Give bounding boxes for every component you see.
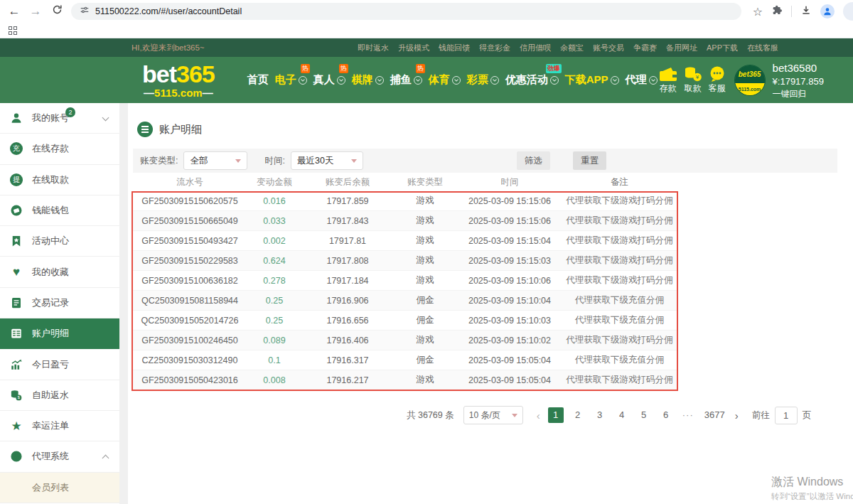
sidebar-scrollbar[interactable] [119, 103, 128, 504]
sidebar-item-self-rebate[interactable]: $自助返水 [0, 380, 119, 411]
sidebar-item-qianneng-wallet[interactable]: 钱能钱包 [0, 195, 119, 226]
downloads-icon[interactable] [800, 4, 812, 18]
topbar-link[interactable]: 升级模式 [398, 43, 429, 53]
table-row[interactable]: GF250309151506205750.01617917.859游戏2025-… [133, 191, 677, 211]
page-button[interactable]: 3 [592, 407, 608, 423]
topbar-link[interactable]: 账号交易 [593, 43, 624, 53]
cell-remark: 代理获取下级游戏打码分佣 [562, 235, 677, 247]
nav-item-slots[interactable]: 热电子 [274, 70, 309, 90]
chevron-down-icon [102, 114, 109, 122]
cell-serial: GF25030915100636182 [133, 276, 247, 286]
sidebar-item-lucky-bets[interactable]: ★幸运注单 [0, 411, 119, 441]
page-button[interactable]: 3677 [702, 407, 727, 423]
quick-deposit-button[interactable]: 存款 [659, 66, 677, 95]
topbar-link[interactable]: 备用网址 [666, 43, 697, 53]
one-key-return-link[interactable]: 一键回归 [773, 88, 824, 100]
prev-page-icon[interactable]: ‹ [535, 409, 542, 422]
chevron-down-icon [337, 76, 345, 85]
sidebar-item-transaction-records[interactable]: 交易记录 [0, 288, 119, 318]
nav-item-live[interactable]: 热真人 [312, 70, 347, 90]
filter-button[interactable]: 筛选 [517, 151, 550, 170]
page-button[interactable]: 4 [614, 407, 630, 423]
sidebar-item-member-list[interactable]: 会员列表 [0, 473, 119, 503]
sidebar-item-account-detail[interactable]: 账户明细 [0, 318, 119, 349]
nav-item-home[interactable]: 首页 [246, 70, 270, 90]
apps-grid-icon[interactable] [9, 26, 17, 35]
address-bar[interactable]: 511500222.com/#/user/accountDetail [71, 3, 741, 20]
boom-badge: 劲爆 [546, 64, 562, 73]
quick-withdraw-button[interactable]: ¥取款 [684, 66, 702, 95]
topbar-link[interactable]: 信用借呗 [520, 43, 551, 53]
heart-icon: ♥ [10, 266, 23, 279]
page-button[interactable]: ··· [680, 407, 696, 423]
table-row[interactable]: QC250309150520147260.2517916.656佣金2025-0… [133, 311, 677, 331]
reload-icon[interactable] [50, 4, 64, 18]
sidebar-item-activity-center[interactable]: 活动中心 [0, 226, 119, 257]
table-row[interactable]: GF250309151002464500.08917916.406游戏2025-… [133, 331, 677, 350]
sidebar-item-my-favorites[interactable]: ♥我的收藏 [0, 257, 119, 287]
goto-page-input[interactable] [775, 407, 798, 424]
sidebar-item-online-deposit[interactable]: 充在线存款 [0, 134, 119, 164]
table-row[interactable]: GF250309151006361820.27817917.184游戏2025-… [133, 271, 677, 291]
page-button[interactable]: 2 [570, 407, 586, 423]
sidebar-item-today-pnl[interactable]: 今日盈亏 [0, 349, 119, 380]
forward-icon[interactable]: → [28, 4, 43, 18]
page-title: 账户明细 [159, 123, 202, 136]
sidebar-item-agent-system[interactable]: 代理系统 [0, 441, 119, 472]
chevron-down-icon [375, 76, 384, 85]
browser-menu-pill[interactable] [843, 2, 853, 21]
sidebar-item-online-withdraw[interactable]: 提在线取款 [0, 165, 119, 195]
back-icon[interactable]: ← [7, 4, 21, 18]
account-username: bet36580 [773, 60, 824, 75]
cell-serial: GF25030915100246450 [133, 336, 247, 345]
nav-item-sports[interactable]: 体育 [427, 70, 462, 90]
reset-button[interactable]: 重置 [573, 151, 606, 170]
extensions-icon[interactable] [771, 4, 783, 18]
topbar-link[interactable]: 争霸赛 [633, 43, 657, 53]
nav-item-download-app[interactable]: 下载APP [564, 70, 621, 90]
table-row[interactable]: GF250309151506650490.03317917.843游戏2025-… [133, 211, 677, 231]
select-caret-icon [351, 159, 357, 163]
table-row[interactable]: QC250309150811589440.2517916.906佣金2025-0… [133, 291, 677, 311]
page-button[interactable]: 5 [636, 407, 652, 423]
bookmark-star-icon[interactable]: ☆ [753, 5, 763, 18]
site-logo[interactable]: bet365 —5115.com— [142, 62, 215, 98]
table-row[interactable]: GF250309150504230160.00817916.217游戏2025-… [133, 370, 677, 390]
profile-avatar[interactable] [820, 4, 835, 18]
nav-item-lottery[interactable]: 彩票 [466, 70, 500, 90]
goto-suffix: 页 [803, 409, 812, 422]
sidebar-item-my-account[interactable]: 我的账号2 [0, 103, 119, 134]
table-row[interactable]: CZ250309150303124900.117916.317佣金2025-03… [133, 350, 677, 370]
time-filter-select[interactable]: 最近30天 [291, 151, 363, 170]
table-row[interactable]: GF250309151502295830.62417917.808游戏2025-… [133, 251, 677, 271]
cell-serial: QC25030915052014726 [133, 316, 247, 326]
topbar-link[interactable]: 钱能回馈 [439, 43, 470, 53]
topbar-link[interactable]: 余额宝 [560, 43, 584, 53]
account-detail-table: 流水号变动金额账变后余额账变类型时间备注 GF25030915150620575… [133, 173, 677, 390]
headset-icon [709, 66, 726, 82]
nav-item-agent[interactable]: 代理 [624, 70, 659, 90]
topbar-link[interactable]: 在线客服 [747, 43, 778, 53]
table-header-row: 流水号变动金额账变后余额账变类型时间备注 [133, 173, 677, 191]
cell-amount: 0.1 [247, 355, 302, 365]
page-buttons: 123456···3677 [548, 407, 727, 423]
cell-serial: CZ25030915030312490 [133, 355, 247, 365]
topbar-link[interactable]: 得意彩金 [479, 43, 510, 53]
page-button[interactable]: 1 [548, 407, 564, 423]
per-page-select[interactable]: 10 条/页 [463, 406, 523, 424]
type-filter-select[interactable]: 全部 [183, 151, 247, 170]
topbar-link[interactable]: APP下载 [707, 43, 738, 53]
page-button[interactable]: 6 [658, 407, 674, 423]
nav-item-promotions[interactable]: 劲爆优惠活动 [504, 70, 560, 90]
nav-item-fishing[interactable]: 热捕鱼 [389, 70, 424, 90]
cell-type: 佣金 [393, 354, 457, 366]
site-settings-icon[interactable] [80, 5, 90, 18]
quick-service-button[interactable]: 客服 [709, 66, 726, 95]
cell-type: 游戏 [393, 215, 457, 227]
next-page-icon[interactable]: › [734, 409, 740, 422]
nav-item-chess[interactable]: 棋牌 [350, 70, 385, 90]
column-header: 账变类型 [393, 176, 457, 188]
cell-type: 游戏 [393, 235, 457, 247]
table-row[interactable]: GF250309151504934270.00217917.81游戏2025-0… [133, 231, 677, 251]
topbar-link[interactable]: 即时返水 [358, 43, 389, 53]
